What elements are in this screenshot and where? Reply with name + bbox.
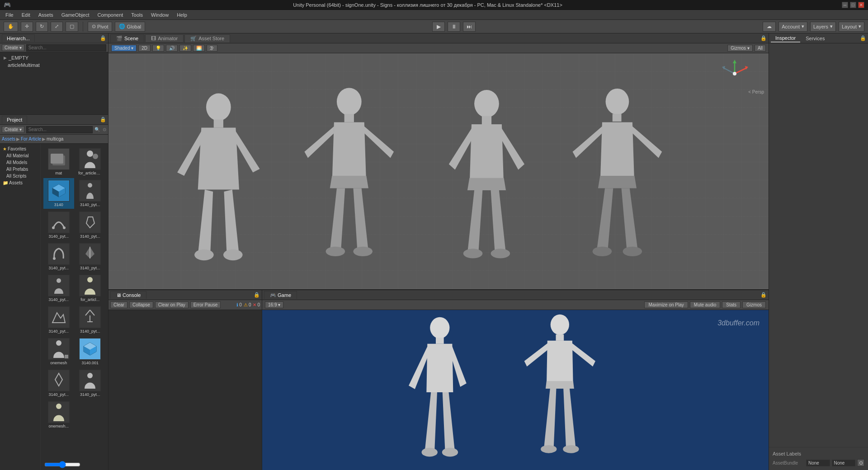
game-tab-label: Game (278, 292, 291, 298)
menubar-item-assets[interactable]: Assets (35, 11, 57, 19)
menubar-item-file[interactable]: File (2, 11, 17, 19)
tree-all-materials[interactable]: All Material (1, 152, 39, 159)
scene-viewport[interactable]: < Persp (108, 53, 769, 289)
asset-item-mat[interactable]: mat (43, 146, 74, 177)
tree-favorites[interactable]: ★ Favorites (1, 146, 39, 152)
project-search-input[interactable] (26, 126, 93, 133)
asset-item-3140-pyt10[interactable]: 3140_pyt... (75, 368, 106, 399)
asset-item-3140-pyt9[interactable]: 3140_pyt... (43, 368, 74, 399)
menubar-item-help[interactable]: Help (173, 11, 191, 19)
shaded-dropdown[interactable]: Shaded ▾ (111, 45, 137, 52)
svg-point-51 (541, 445, 557, 453)
hierarchy-create-button[interactable]: Create ▾ (2, 44, 24, 51)
tree-all-models-label: All Models (6, 160, 27, 165)
step-button[interactable]: ⏭ (463, 22, 476, 32)
hierarchy-tab[interactable]: Hierarch... (2, 34, 35, 42)
global-button[interactable]: 🌐 Global (115, 22, 145, 32)
account-dropdown[interactable]: Account ▾ (778, 22, 807, 32)
tree-all-models[interactable]: All Models (1, 159, 39, 166)
scene-lock-icon[interactable]: 🔒 (760, 35, 767, 41)
maximize-on-play-button[interactable]: Maximize on Play (644, 301, 688, 308)
project-lock-icon[interactable]: 🔒 (100, 117, 106, 122)
asset-item-3140-pyt7[interactable]: 3140_pyt... (43, 305, 74, 335)
hierarchy-lock-icon[interactable]: 🔒 (100, 35, 106, 41)
tree-all-prefabs[interactable]: All Prefabs (1, 166, 39, 173)
toolbar-separator-1 (83, 22, 83, 32)
mute-audio-button[interactable]: Mute audio (690, 301, 720, 308)
asset-item-3140-pyt2[interactable]: 3140_pyt... (43, 210, 74, 240)
fx-toggle[interactable]: ✨ (179, 45, 191, 52)
hierarchy-item-article[interactable]: articleMultimat (2, 61, 106, 69)
layout-dropdown[interactable]: Layout ▾ (839, 22, 864, 32)
menubar-item-gameobject[interactable]: GameObject (58, 11, 93, 19)
scene-all-toggle[interactable]: All (755, 45, 766, 52)
pivot-button[interactable]: ⊙ Pivot (88, 22, 112, 32)
move-tool-button[interactable]: ✛ (21, 22, 33, 32)
asset-thumb-3140-pyt5 (79, 243, 101, 265)
skybox-toggle[interactable]: 🌅 (193, 45, 205, 52)
tree-assets[interactable]: 📁 Assets (1, 179, 39, 186)
layers-dropdown[interactable]: Layers ▾ (810, 22, 836, 32)
console-collapse-button[interactable]: Collapse (129, 301, 153, 308)
lighting-toggle[interactable]: 💡 (152, 45, 164, 52)
animator-tab[interactable]: 🎞 Animator (145, 34, 184, 42)
asset-item-for-article[interactable]: for_article_... (75, 146, 106, 177)
play-button[interactable]: ▶ (432, 22, 445, 32)
game-lock-icon[interactable]: 🔒 (760, 292, 767, 298)
pause-button[interactable]: ⏸ (448, 22, 460, 32)
asset-item-3140-pyt6[interactable]: 3140_pyt... (43, 273, 74, 304)
asset-item-3140-pyt3[interactable]: 3140_pyt... (75, 210, 106, 240)
project-search-icon[interactable]: 🔍 (94, 127, 100, 132)
console-tab[interactable]: 🖥 Console (110, 291, 146, 299)
aspect-ratio-dropdown[interactable]: 16:9 ▾ (265, 301, 283, 308)
asset-item-for-articl[interactable]: for_articl... (75, 273, 106, 304)
menubar-item-edit[interactable]: Edit (18, 11, 34, 19)
inspector-lock-icon[interactable]: 🔒 (860, 35, 866, 41)
audio-toggle[interactable]: 🔊 (166, 45, 178, 52)
menubar-item-window[interactable]: Window (147, 11, 172, 19)
rect-tool-button[interactable]: ▢ (66, 22, 78, 32)
zoom-slider[interactable] (44, 461, 80, 468)
hierarchy-search-input[interactable] (26, 44, 106, 52)
game-gizmos-button[interactable]: Gizmos (742, 301, 766, 308)
stats-button[interactable]: Stats (722, 301, 741, 308)
console-lock-icon[interactable]: 🔒 (254, 292, 260, 298)
project-filter-icon[interactable]: ⊙ (103, 127, 106, 132)
breadcrumb-forarticle[interactable]: For Article (21, 136, 41, 141)
asset-item-3140-pyt8[interactable]: 3140_pyt... (75, 305, 106, 335)
maximize-button[interactable]: □ (850, 2, 856, 8)
project-tab[interactable]: Project (2, 116, 27, 123)
asset-item-onemesh2[interactable]: onemesh... (43, 400, 74, 430)
console-error-pause-button[interactable]: Error Pause (190, 301, 221, 308)
asset-item-onemesh[interactable]: onemesh (43, 336, 74, 367)
asset-item-3140[interactable]: 3140 (43, 178, 74, 209)
menubar-item-component[interactable]: Component (94, 11, 127, 19)
scene-tab[interactable]: 🎬 Scene (110, 34, 144, 42)
inspector-tab[interactable]: Inspector (771, 34, 800, 42)
close-button[interactable]: ✕ (858, 2, 864, 8)
2d-toggle[interactable]: 2D (138, 45, 151, 52)
breadcrumb-assets[interactable]: Assets (2, 136, 15, 141)
asset-item-3140-pyt1[interactable]: 3140_pyt... (75, 178, 106, 209)
hierarchy-item-empty[interactable]: ▶ _EMPTY (2, 54, 106, 61)
gizmos-dropdown[interactable]: Gizmos ▾ (727, 45, 753, 52)
cloud-button[interactable]: ☁ (763, 22, 776, 32)
tree-all-scripts[interactable]: All Scripts (1, 173, 39, 179)
scale-tool-button[interactable]: ⤢ (51, 22, 63, 32)
console-clear-on-play-button[interactable]: Clear on Play (155, 301, 189, 308)
asset-store-tab[interactable]: 🛒 Asset Store (184, 34, 230, 42)
console-clear-button[interactable]: Clear (110, 301, 127, 308)
asset-item-3140-001[interactable]: 3140.001 (75, 336, 106, 367)
menubar-item-tools[interactable]: Tools (127, 11, 146, 19)
hand-tool-button[interactable]: ✋ (4, 22, 18, 32)
scene-gizmo[interactable] (719, 58, 750, 89)
rotate-tool-button[interactable]: ↻ (36, 22, 48, 32)
asset-item-3140-pyt4[interactable]: 3140_pyt... (43, 241, 74, 272)
2d-label: 2D (142, 46, 147, 51)
asset-item-3140-pyt5[interactable]: 3140_pyt... (75, 241, 106, 272)
fog-toggle[interactable]: 🌫 (207, 45, 217, 52)
project-create-button[interactable]: Create ▾ (2, 126, 24, 133)
services-tab[interactable]: Services (801, 35, 829, 42)
game-tab[interactable]: 🎮 Game (264, 291, 297, 299)
minimize-button[interactable]: ─ (842, 2, 848, 8)
